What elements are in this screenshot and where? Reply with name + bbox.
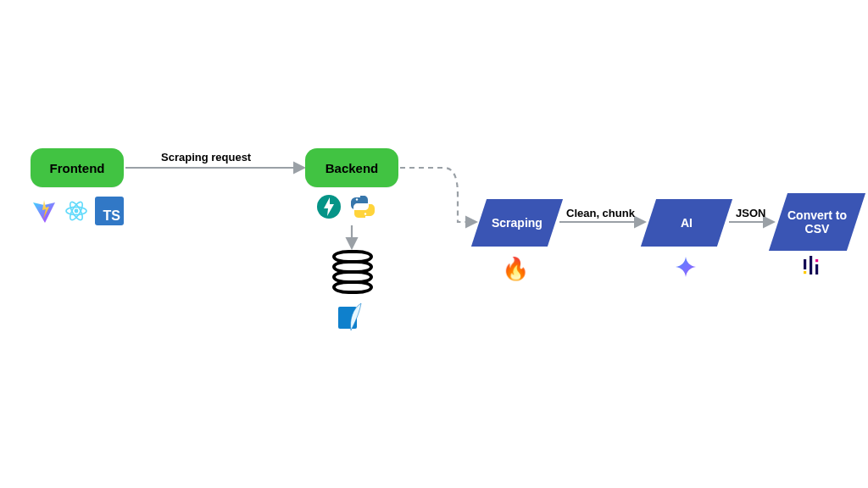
svg-point-7 [75,209,79,214]
svg-rect-16 [815,259,818,262]
node-convert-csv-label: Convert to CSV [778,208,856,236]
edge-label-ai-csv: JSON [736,207,765,219]
typescript-icon: TS [95,197,124,225]
svg-rect-14 [810,256,812,274]
svg-point-10 [364,213,366,214]
node-scraping-label: Scraping [492,216,542,230]
node-backend: Backend [305,148,398,187]
fastapi-icon [315,193,342,220]
node-backend-label: Backend [326,161,379,175]
svg-point-9 [356,198,358,200]
svg-rect-12 [804,259,806,269]
node-convert-csv: Convert to CSV [769,193,865,251]
architecture-diagram: Scraping request Clean, chunk JSON Front… [0,0,868,488]
pandas-icon [801,256,821,283]
node-frontend: Frontend [31,148,124,187]
node-ai-label: AI [681,216,693,230]
python-icon [348,193,375,220]
fire-icon: 🔥 [502,256,529,282]
backend-tech-icons [315,193,375,220]
react-icon [63,197,90,225]
frontend-tech-icons: TS [31,197,124,225]
svg-rect-13 [804,271,806,274]
edge-label-scraping-ai: Clean, chunk [566,207,635,219]
node-ai: AI [641,199,732,247]
gemini-sparkle-icon [675,256,697,281]
node-frontend-label: Frontend [50,161,105,175]
database-icon [332,250,373,294]
node-scraping: Scraping [471,199,563,247]
sqlite-feather-icon [336,302,366,336]
arrow-layer [0,0,868,488]
svg-rect-15 [815,264,818,274]
vite-icon [31,197,58,225]
edge-label-frontend-backend: Scraping request [161,151,251,164]
